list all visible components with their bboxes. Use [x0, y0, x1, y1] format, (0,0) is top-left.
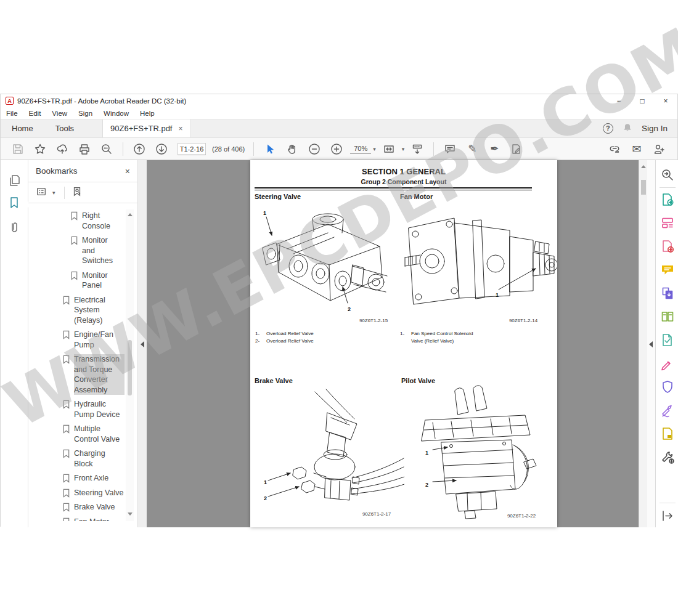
bookmark-item-selected[interactable]: Transmission and Torque Converter Assemb…	[28, 354, 126, 395]
protect-pdf-icon[interactable]	[660, 379, 675, 394]
bookmark-item[interactable]: Front Axle	[28, 473, 126, 484]
comment-icon[interactable]	[444, 143, 456, 155]
fill-sign-icon[interactable]	[510, 143, 523, 155]
stamp-icon[interactable]	[660, 426, 675, 441]
legend-row: 1-Fan Speed Control Solenoid	[400, 331, 473, 336]
menu-edit[interactable]: Edit	[23, 110, 47, 117]
bookmarks-panel: Bookmarks × ▾ Right Console Monitor and …	[28, 160, 137, 527]
bell-icon[interactable]	[622, 122, 633, 136]
menu-file[interactable]: File	[1, 110, 23, 117]
share-link-icon[interactable]	[608, 143, 621, 155]
fit-caret-icon[interactable]: ▾	[402, 146, 405, 152]
email-icon[interactable]: ✉	[631, 143, 643, 155]
section-subtitle: Group 2 Component Layout	[250, 178, 557, 185]
legend-row: 2-Overload Relief Valve	[255, 338, 314, 344]
callout-number: 1	[264, 479, 267, 485]
save-icon[interactable]	[12, 143, 24, 155]
page-count-label: (28 of 406)	[212, 145, 245, 153]
scroll-up-icon[interactable]	[128, 213, 133, 216]
previous-page-icon[interactable]	[133, 143, 145, 155]
tab-document[interactable]: 90Z6+FS+TR.pdf ×	[102, 120, 190, 137]
bookmark-item[interactable]: Monitor Panel	[28, 270, 126, 291]
help-icon[interactable]: ?	[603, 123, 613, 134]
bookmark-options-icon[interactable]	[36, 186, 47, 200]
callout-number: 1	[496, 292, 499, 298]
organize-pages-icon[interactable]	[660, 309, 675, 324]
window-title: 90Z6+FS+TR.pdf - Adobe Acrobat Reader DC…	[17, 97, 186, 105]
tab-tools[interactable]: Tools	[44, 120, 85, 137]
bookmarks-nav-icon[interactable]	[7, 196, 21, 209]
select-tool-icon[interactable]	[264, 143, 276, 155]
search-icon[interactable]	[100, 143, 113, 155]
star-icon[interactable]	[34, 143, 46, 155]
page-thumbnails-icon[interactable]	[7, 174, 21, 187]
menu-view[interactable]: View	[46, 110, 73, 117]
export-pdf-icon[interactable]	[660, 192, 675, 207]
more-tools-icon[interactable]	[660, 450, 675, 464]
find-tool-icon[interactable]	[660, 168, 675, 182]
bookmarks-scrollbar[interactable]	[126, 209, 134, 521]
bookmark-item[interactable]: Steering Valve	[28, 488, 126, 498]
create-pdf-icon[interactable]	[660, 239, 675, 254]
callout-number: 2	[425, 482, 428, 488]
sign-in-button[interactable]: Sign In	[642, 124, 668, 133]
expand-current-bookmark-icon[interactable]	[71, 186, 83, 200]
comment-tool-icon[interactable]	[660, 262, 675, 277]
tab-bar: Home Tools 90Z6+FS+TR.pdf × ? Sign In	[1, 120, 677, 138]
highlighter-icon[interactable]: ✎	[466, 143, 478, 155]
next-page-icon[interactable]	[155, 143, 168, 155]
bookmark-item[interactable]: Monitor and Switches	[28, 235, 126, 266]
zoom-in-icon[interactable]	[330, 143, 343, 155]
bookmark-item[interactable]: Hydraulic Pump Device	[28, 399, 126, 419]
maximize-button[interactable]: □	[631, 97, 654, 105]
brake-valve-figure	[253, 387, 404, 510]
bookmarks-scroll-thumb[interactable]	[128, 340, 132, 395]
open-tools-pane-icon[interactable]	[660, 509, 675, 524]
page-scrolling-icon[interactable]	[411, 143, 423, 155]
menu-help[interactable]: Help	[134, 110, 160, 117]
fan-motor-figure	[400, 205, 557, 323]
collapse-bookmarks-icon[interactable]	[141, 341, 144, 347]
pdf-app-icon: A	[6, 97, 14, 105]
fit-width-icon[interactable]	[383, 143, 395, 155]
combine-files-icon[interactable]	[660, 286, 675, 301]
zoom-caret-icon[interactable]: ▾	[373, 146, 376, 152]
scan-ocr-icon[interactable]	[660, 333, 675, 347]
document-scrollbar[interactable]	[639, 160, 647, 527]
zoom-out-icon[interactable]	[308, 143, 321, 155]
print-icon[interactable]	[78, 143, 91, 155]
menu-window[interactable]: Window	[98, 110, 134, 117]
bookmark-item[interactable]: Right Console	[28, 211, 126, 231]
share-icon[interactable]	[56, 143, 68, 155]
bookmark-item[interactable]: Brake Valve	[28, 502, 126, 513]
scroll-down-icon[interactable]	[128, 513, 133, 516]
menu-sign[interactable]: Sign	[73, 110, 98, 117]
bookmark-options-caret-icon[interactable]: ▾	[52, 190, 55, 196]
collapse-tools-icon[interactable]	[649, 341, 653, 347]
bookmark-item[interactable]: Electrical System (Relays)	[28, 295, 126, 326]
page-number-input[interactable]	[178, 143, 206, 155]
sign-pen-icon[interactable]: ✒	[488, 143, 500, 155]
bookmark-item[interactable]: Engine/Fan Pump	[28, 330, 126, 350]
document-scroll-thumb[interactable]	[641, 180, 646, 195]
bookmark-item[interactable]: Multiple Control Valve	[28, 424, 126, 444]
bookmark-item[interactable]: Fan Motor	[28, 517, 126, 522]
hand-tool-icon[interactable]	[286, 143, 298, 155]
tab-home[interactable]: Home	[1, 120, 44, 137]
close-button[interactable]: ×	[654, 97, 677, 105]
legend-row: 1-Overload Relief Valve	[255, 331, 314, 336]
doc-scroll-up-icon[interactable]	[641, 165, 646, 168]
certificates-icon[interactable]	[660, 403, 675, 418]
edit-pdf-icon[interactable]	[660, 216, 675, 230]
zoom-level-value[interactable]: 70%	[350, 144, 371, 154]
pdf-page: SECTION 1 GENERAL Group 2 Component Layo…	[250, 160, 557, 527]
fill-sign-tool-icon[interactable]	[660, 356, 675, 371]
bookmark-item[interactable]: Charging Block	[28, 448, 126, 469]
bookmarks-close-icon[interactable]: ×	[125, 166, 130, 176]
attachments-icon[interactable]	[7, 221, 21, 234]
tab-close-icon[interactable]: ×	[179, 124, 183, 133]
left-nav-strip	[1, 160, 28, 527]
add-person-icon[interactable]	[653, 143, 665, 155]
minimize-button[interactable]: −	[607, 97, 631, 105]
main-area: Bookmarks × ▾ Right Console Monitor and …	[1, 160, 678, 527]
